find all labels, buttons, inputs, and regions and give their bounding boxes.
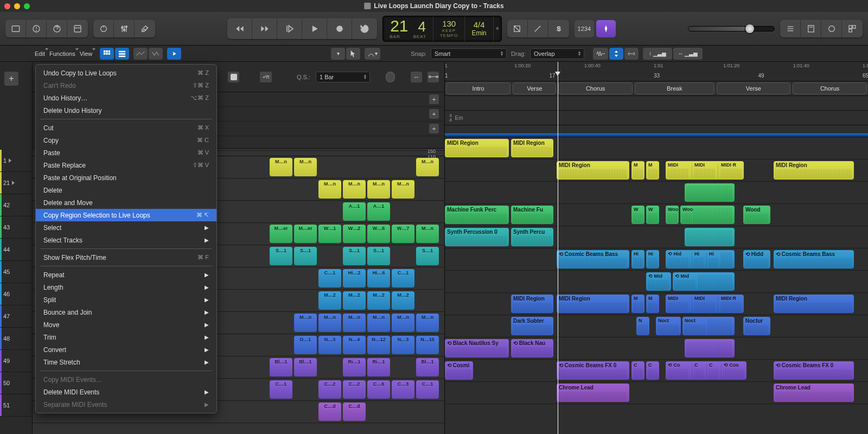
menu-item[interactable]: Paste Replace⇧⌘ V (36, 159, 216, 171)
menu-item[interactable]: Cut⌘ X (36, 122, 216, 134)
live-loops-cell[interactable]: M…n (294, 314, 317, 332)
region[interactable]: Hi (692, 250, 705, 269)
quick-help-button[interactable] (47, 20, 67, 37)
region[interactable]: Noctur (743, 317, 770, 335)
region[interactable]: MIDI (692, 161, 717, 180)
live-loops-cell[interactable]: M…er (270, 225, 292, 243)
menu-item[interactable]: Bounce and Join▶ (36, 306, 216, 318)
view-menu-button[interactable]: View (80, 50, 96, 57)
forward-button[interactable] (252, 18, 277, 39)
menu-item[interactable]: Show Flex Pitch/Time⌘ F (36, 251, 216, 264)
tracks-view-button[interactable] (115, 48, 129, 60)
return-button[interactable]: ⤶R (260, 72, 272, 82)
automation-button[interactable] (133, 48, 148, 60)
live-loops-cell[interactable]: M…n (318, 314, 341, 332)
menu-item[interactable]: Split▶ (36, 293, 216, 306)
menu-item[interactable]: Undo History…⌥⌘ Z (36, 92, 216, 104)
stop-button[interactable] (277, 18, 302, 39)
menu-item[interactable]: Paste⌘ V (36, 146, 216, 159)
live-loops-cell[interactable]: S…1 (270, 247, 292, 265)
track-header[interactable]: 50 (0, 372, 32, 394)
live-loops-view-button[interactable] (100, 48, 114, 60)
scene-play-button[interactable] (386, 72, 395, 82)
region[interactable]: ⟲ Cosmi (445, 361, 473, 380)
library-button[interactable] (5, 20, 26, 37)
menu-item[interactable]: Delete and Move (36, 196, 216, 209)
region[interactable]: M (646, 161, 659, 180)
rewind-button[interactable] (227, 18, 252, 39)
add-global-button[interactable]: + (429, 94, 439, 104)
region[interactable]: MIDI (692, 295, 717, 313)
live-loops-cell[interactable]: M…n (270, 158, 292, 176)
region[interactable]: MIDI Region (557, 161, 629, 180)
region[interactable]: ⟲ Mid (646, 272, 671, 291)
add-global-button[interactable]: + (429, 109, 439, 119)
region[interactable]: Machine Fu (511, 206, 553, 224)
menu-item[interactable]: Paste at Original Position (36, 171, 216, 184)
live-loops-cell[interactable]: A…1 (367, 202, 390, 221)
add-global-button[interactable]: + (429, 124, 439, 133)
editors-button[interactable] (135, 20, 155, 37)
region[interactable]: ⟲ Cos (722, 361, 746, 380)
lcd-beat[interactable]: 4 (418, 20, 426, 34)
track-header[interactable]: 48 (0, 328, 32, 350)
live-loops-cell[interactable]: N…15 (416, 336, 439, 354)
live-loops-cell[interactable]: Bl…1 (294, 358, 317, 376)
live-loops-cell[interactable]: M…2 (343, 291, 366, 310)
region[interactable]: Hi (646, 250, 659, 269)
live-loops-cell[interactable]: W…2 (343, 225, 366, 243)
region[interactable]: Synth Percu (511, 228, 553, 246)
region[interactable]: Woo (666, 206, 679, 224)
track-header[interactable]: 44 (0, 239, 32, 261)
live-loops-cell[interactable]: S…1 (416, 247, 439, 265)
inspector-button[interactable] (26, 20, 47, 37)
live-loops-cell[interactable]: Ri…1 (367, 358, 390, 376)
region[interactable]: M (646, 295, 659, 313)
toolbar-toggle-button[interactable] (67, 20, 88, 37)
live-loops-cell[interactable]: M…2 (392, 291, 414, 310)
live-loops-cell[interactable]: M…er (294, 225, 317, 243)
menu-item[interactable]: Copy⌘ C (36, 134, 216, 146)
list-editors-button[interactable] (780, 20, 801, 37)
arrangement-marker[interactable]: Intro (446, 82, 510, 94)
lcd-timesig[interactable]: 4/4 (474, 20, 485, 29)
region[interactable]: MIDI R (719, 161, 744, 180)
key-signature[interactable]: Em (455, 115, 463, 121)
live-loops-cell[interactable]: N…3 (392, 336, 414, 354)
live-loops-cell[interactable]: C…1 (270, 380, 292, 399)
functions-menu-button[interactable]: Functions (49, 50, 79, 57)
track-lane[interactable]: MIDI RegionMIDI RegionMIDI RegionMMMIDIM… (445, 293, 868, 315)
region[interactable]: C (631, 361, 644, 380)
count-in-field[interactable]: 1234 (575, 20, 594, 37)
region[interactable]: ⟲ Cosmic Beams FX 0 (557, 361, 629, 380)
lcd-bar[interactable]: 21 (390, 18, 408, 34)
divider-move-button[interactable]: ⇤⇥ (427, 72, 439, 82)
playhead[interactable] (558, 62, 558, 434)
region[interactable]: Noct (682, 317, 707, 335)
region[interactable]: MIDI R (719, 295, 744, 313)
live-loops-cell[interactable]: S…1 (343, 247, 366, 265)
horizontal-auto-zoom-button[interactable] (624, 48, 639, 60)
live-loops-cell[interactable]: C…2 (318, 380, 341, 399)
region[interactable]: Hi (631, 250, 644, 269)
track-header[interactable]: 49 (0, 350, 32, 372)
lcd-display[interactable]: 21 4 BAR BEAT 130 KEEP TEMPO 4/4 Emin ▾ (382, 16, 502, 42)
horizontal-zoom-slider[interactable]: ↔ ▁▃▅ (673, 48, 703, 60)
arrangement-marker[interactable]: Chorus (793, 82, 867, 94)
pointer-tool-icon[interactable] (346, 48, 360, 60)
autopunch-button[interactable] (528, 20, 548, 37)
region[interactable]: MIDI Region (511, 139, 553, 157)
region[interactable]: MIDI Region (445, 139, 509, 157)
lcd-key[interactable]: Emin (471, 29, 486, 37)
region[interactable]: C (707, 361, 720, 380)
region[interactable]: N (636, 317, 649, 335)
drag-select[interactable]: Overlap▴▾ (530, 48, 584, 59)
snap-select[interactable]: Smart▴▾ (431, 48, 507, 59)
region[interactable]: MIDI Region (774, 295, 854, 313)
region[interactable]: M (631, 295, 644, 313)
region[interactable]: MIDI Region (511, 295, 553, 313)
live-loops-cell[interactable]: S…1 (294, 247, 317, 265)
region[interactable]: ⟲ Hidd (743, 250, 770, 269)
track-header[interactable]: 42 (0, 194, 32, 216)
region[interactable]: Noct (656, 317, 681, 335)
